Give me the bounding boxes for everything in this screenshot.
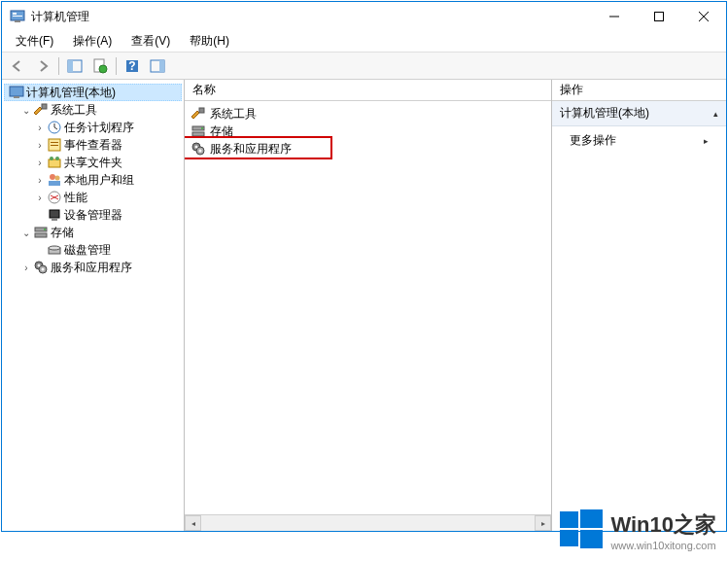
watermark-title: Win10之家 (610, 510, 716, 540)
svg-rect-2 (13, 16, 22, 17)
menu-action[interactable]: 操作(A) (65, 31, 120, 52)
actions-header: 操作 (552, 80, 726, 101)
tree-disk-mgmt[interactable]: 磁盘管理 (4, 241, 182, 259)
details-pane: 名称 系统工具 存储 服务和应用程序 ◂ ▸ (185, 80, 552, 531)
collapse-icon[interactable]: ⌄ (19, 103, 33, 117)
action-pane-button[interactable] (146, 55, 169, 77)
submenu-arrow-icon: ▸ (704, 136, 709, 146)
svg-rect-51 (560, 530, 578, 546)
svg-rect-50 (580, 509, 603, 528)
svg-point-40 (42, 268, 45, 271)
svg-rect-31 (52, 219, 57, 221)
computer-mgmt-icon (9, 85, 24, 100)
tree-storage[interactable]: ⌄ 存储 (4, 224, 182, 241)
window-title: 计算机管理 (31, 9, 592, 25)
group-label: 计算机管理(本地) (560, 105, 649, 122)
svg-rect-28 (49, 181, 60, 186)
scroll-right-button[interactable]: ▸ (535, 515, 551, 531)
list-item-storage[interactable]: 存储 (191, 123, 545, 140)
services-icon (33, 260, 49, 275)
device-icon (47, 207, 62, 223)
app-window: 计算机管理 文件(F) 操作(A) 查看(V) 帮助(H) ? 计算机管理(本地… (1, 1, 727, 532)
tree-pane[interactable]: 计算机管理(本地) ⌄ 系统工具 › 任务计划程序 › 事件查看器 › 共享文件… (2, 80, 185, 531)
toolbar-separator (116, 57, 117, 75)
svg-text:?: ? (128, 59, 135, 73)
svg-rect-15 (159, 60, 164, 72)
tree-label: 服务和应用程序 (51, 260, 132, 276)
svg-rect-1 (13, 13, 17, 15)
expand-icon[interactable]: › (33, 121, 47, 134)
scroll-left-button[interactable]: ◂ (185, 515, 201, 531)
collapse-icon[interactable]: ⌄ (19, 226, 33, 239)
menu-help[interactable]: 帮助(H) (182, 31, 237, 52)
item-label: 系统工具 (210, 106, 257, 123)
tree-label: 系统工具 (51, 102, 97, 119)
actions-group-title[interactable]: 计算机管理(本地) ▴ (552, 101, 726, 126)
more-actions-item[interactable]: 更多操作 ▸ (552, 126, 726, 155)
svg-rect-16 (10, 87, 23, 96)
perf-icon (47, 190, 62, 205)
svg-point-25 (55, 157, 59, 160)
svg-rect-23 (49, 159, 60, 167)
svg-rect-52 (580, 530, 603, 548)
tree-label: 任务计划程序 (64, 120, 134, 136)
spacer (33, 243, 47, 257)
scroll-track[interactable] (201, 515, 535, 531)
disk-icon (47, 242, 62, 258)
expand-icon[interactable]: › (33, 138, 47, 152)
maximize-button[interactable] (637, 2, 681, 31)
horizontal-scrollbar[interactable]: ◂ ▸ (185, 514, 551, 531)
column-header-name[interactable]: 名称 (185, 80, 551, 101)
svg-point-47 (195, 146, 198, 149)
tree-task-scheduler[interactable]: › 任务计划程序 (4, 119, 182, 136)
menu-view[interactable]: 查看(V) (123, 31, 178, 52)
svg-rect-9 (68, 60, 73, 72)
tree-local-users[interactable]: › 本地用户和组 (4, 171, 182, 189)
svg-rect-33 (35, 233, 47, 237)
menu-file[interactable]: 文件(F) (8, 31, 61, 52)
back-button[interactable] (6, 55, 29, 77)
expand-icon[interactable]: › (33, 156, 47, 169)
expand-icon[interactable]: › (33, 191, 47, 204)
svg-rect-49 (560, 511, 578, 528)
help-button[interactable]: ? (121, 55, 144, 77)
clock-icon (47, 120, 62, 135)
list-item-system-tools[interactable]: 系统工具 (191, 105, 545, 123)
svg-point-11 (99, 65, 107, 73)
tree-label: 共享文件夹 (64, 155, 122, 171)
tree-label: 计算机管理(本地) (26, 85, 116, 101)
tree-shared-folders[interactable]: › 共享文件夹 (4, 154, 182, 171)
toolbar: ? (2, 53, 726, 80)
tree-label: 事件查看器 (64, 137, 122, 154)
tools-icon (191, 106, 206, 122)
tools-icon (33, 102, 49, 118)
svg-rect-5 (655, 13, 664, 21)
item-label: 存储 (210, 123, 233, 140)
svg-rect-43 (192, 132, 204, 136)
tree-device-manager[interactable]: 设备管理器 (4, 206, 182, 224)
share-icon (47, 155, 62, 170)
tree-label: 设备管理器 (64, 207, 122, 224)
watermark-domain: www.win10xitong.com (610, 540, 716, 551)
tree-event-viewer[interactable]: › 事件查看器 (4, 136, 182, 154)
tree-services-apps[interactable]: › 服务和应用程序 (4, 259, 182, 276)
show-hide-tree-button[interactable] (63, 55, 87, 77)
list-body[interactable]: 系统工具 存储 服务和应用程序 (185, 101, 551, 514)
tree-root[interactable]: 计算机管理(本地) (4, 84, 182, 101)
tree-performance[interactable]: › 性能 (4, 189, 182, 206)
item-label: 更多操作 (570, 132, 616, 149)
spacer (33, 208, 47, 222)
forward-button[interactable] (31, 55, 54, 77)
storage-icon (191, 123, 206, 139)
close-button[interactable] (681, 2, 726, 31)
expand-icon[interactable]: › (33, 173, 47, 187)
list-item-services-apps[interactable]: 服务和应用程序 (191, 140, 545, 158)
menubar: 文件(F) 操作(A) 查看(V) 帮助(H) (2, 31, 726, 53)
content-area: 计算机管理(本地) ⌄ 系统工具 › 任务计划程序 › 事件查看器 › 共享文件… (2, 80, 726, 531)
properties-button[interactable] (88, 55, 112, 77)
services-icon (191, 141, 206, 157)
tree-system-tools[interactable]: ⌄ 系统工具 (4, 101, 182, 119)
minimize-button[interactable] (592, 2, 637, 31)
expand-icon[interactable]: › (19, 261, 33, 274)
item-label: 服务和应用程序 (210, 141, 292, 158)
